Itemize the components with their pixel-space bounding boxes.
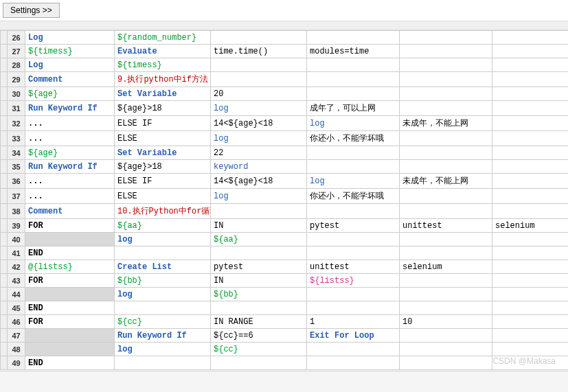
grid-cell[interactable]: END xyxy=(25,356,115,370)
grid-cell[interactable]: 你还小，不能学坏哦 xyxy=(307,189,400,204)
grid-cell[interactable] xyxy=(492,131,569,146)
grid-cell[interactable] xyxy=(492,288,569,301)
grid-cell[interactable] xyxy=(492,72,569,87)
grid-cell[interactable]: FOR xyxy=(25,219,115,233)
grid-cell[interactable] xyxy=(307,301,400,315)
grid-cell[interactable] xyxy=(211,246,307,260)
grid-cell[interactable]: ELSE xyxy=(115,189,211,204)
grid-cell[interactable] xyxy=(25,288,115,301)
grid-cell[interactable] xyxy=(400,343,492,356)
grid-cell[interactable]: ${listss} xyxy=(307,274,400,288)
grid-cell[interactable]: modules=time xyxy=(307,45,400,58)
grid-cell[interactable]: Create List xyxy=(115,260,211,274)
grid-cell[interactable] xyxy=(211,204,307,219)
grid-cell[interactable] xyxy=(400,301,492,315)
grid-cell[interactable] xyxy=(492,189,569,204)
grid-cell[interactable]: pytest xyxy=(211,260,307,274)
grid-cell[interactable] xyxy=(492,160,569,174)
grid-cell[interactable]: END xyxy=(25,301,115,315)
grid-cell[interactable] xyxy=(25,329,115,343)
grid-cell[interactable] xyxy=(400,160,492,174)
grid-cell[interactable] xyxy=(400,288,492,301)
grid-cell[interactable]: log xyxy=(211,131,307,146)
grid-cell[interactable]: log xyxy=(307,116,400,131)
grid-cell[interactable] xyxy=(211,356,307,370)
grid-cell[interactable] xyxy=(492,174,569,189)
grid-cell[interactable]: log xyxy=(115,233,211,246)
grid-cell[interactable]: unittest xyxy=(400,219,492,233)
grid-cell[interactable] xyxy=(307,288,400,301)
grid-cell[interactable]: log xyxy=(211,101,307,116)
grid-cell[interactable]: ${timess} xyxy=(115,58,211,72)
grid-cell[interactable]: time.time() xyxy=(211,45,307,58)
grid-cell[interactable] xyxy=(492,356,569,370)
grid-cell[interactable] xyxy=(307,58,400,72)
grid-cell[interactable] xyxy=(492,315,569,329)
grid-cell[interactable]: 未成年，不能上网 xyxy=(400,116,492,131)
grid-cell[interactable] xyxy=(492,301,569,315)
grid-cell[interactable] xyxy=(115,246,211,260)
grid-cell[interactable]: 20 xyxy=(211,87,307,101)
grid-cell[interactable] xyxy=(400,101,492,116)
grid-cell[interactable]: ... xyxy=(25,174,115,189)
grid-cell[interactable] xyxy=(307,233,400,246)
grid-cell[interactable] xyxy=(307,146,400,160)
grid-cell[interactable] xyxy=(400,274,492,288)
grid-cell[interactable] xyxy=(400,87,492,101)
grid-cell[interactable]: ${age}>18 xyxy=(115,101,211,116)
grid-cell[interactable] xyxy=(492,343,569,356)
grid-cell[interactable] xyxy=(115,356,211,370)
grid-cell[interactable]: ${cc} xyxy=(115,315,211,329)
grid-cell[interactable]: Run Keyword If xyxy=(25,160,115,174)
grid-cell[interactable] xyxy=(211,72,307,87)
grid-cell[interactable] xyxy=(400,146,492,160)
grid-cell[interactable] xyxy=(25,233,115,246)
grid-cell[interactable]: keyword xyxy=(211,160,307,174)
grid-cell[interactable]: IN xyxy=(211,219,307,233)
grid-cell[interactable]: FOR xyxy=(25,315,115,329)
grid-cell[interactable] xyxy=(307,204,400,219)
grid-cell[interactable] xyxy=(492,146,569,160)
grid-cell[interactable]: @{listss} xyxy=(25,260,115,274)
grid-cell[interactable]: ${aa} xyxy=(115,219,211,233)
grid-cell[interactable]: 成年了，可以上网 xyxy=(307,101,400,116)
grid-cell[interactable]: 你还小，不能学坏哦 xyxy=(307,131,400,146)
grid-cell[interactable] xyxy=(115,301,211,315)
grid-cell[interactable]: END xyxy=(25,246,115,260)
grid-cell[interactable] xyxy=(492,246,569,260)
grid-cell[interactable]: Set Variable xyxy=(115,146,211,160)
grid-cell[interactable]: Exit For Loop xyxy=(307,329,400,343)
grid-cell[interactable] xyxy=(307,343,400,356)
grid-cell[interactable] xyxy=(400,31,492,45)
grid-cell[interactable] xyxy=(400,246,492,260)
grid-cell[interactable]: log xyxy=(115,288,211,301)
grid-cell[interactable] xyxy=(400,58,492,72)
grid-cell[interactable]: Evaluate xyxy=(115,45,211,58)
grid-cell[interactable]: ${age} xyxy=(25,146,115,160)
grid-cell[interactable] xyxy=(492,31,569,45)
grid-cell[interactable] xyxy=(492,45,569,58)
grid-cell[interactable]: IN RANGE xyxy=(211,315,307,329)
grid-cell[interactable]: 14<${age}<18 xyxy=(211,116,307,131)
grid-cell[interactable] xyxy=(492,116,569,131)
grid-cell[interactable] xyxy=(492,87,569,101)
grid-cell[interactable] xyxy=(211,31,307,45)
grid-cell[interactable]: unittest xyxy=(307,260,400,274)
grid-cell[interactable] xyxy=(400,72,492,87)
grid-cell[interactable]: ${bb} xyxy=(211,288,307,301)
grid-cell[interactable] xyxy=(400,233,492,246)
grid-cell[interactable] xyxy=(211,301,307,315)
grid-cell[interactable] xyxy=(400,131,492,146)
grid-cell[interactable]: Comment xyxy=(25,204,115,219)
grid-cell[interactable]: Run Keyword If xyxy=(115,329,211,343)
grid-cell[interactable]: 未成年，不能上网 xyxy=(400,174,492,189)
grid-cell[interactable]: Log xyxy=(25,31,115,45)
settings-button[interactable]: Settings >> xyxy=(3,3,60,18)
grid-cell[interactable]: ELSE IF xyxy=(115,174,211,189)
grid-cell[interactable]: ELSE IF xyxy=(115,116,211,131)
grid-cell[interactable]: ${cc} xyxy=(211,343,307,356)
grid-cell[interactable]: ${aa} xyxy=(211,233,307,246)
grid-cell[interactable] xyxy=(307,72,400,87)
grid-cell[interactable]: ${age}>18 xyxy=(115,160,211,174)
grid-cell[interactable] xyxy=(400,204,492,219)
